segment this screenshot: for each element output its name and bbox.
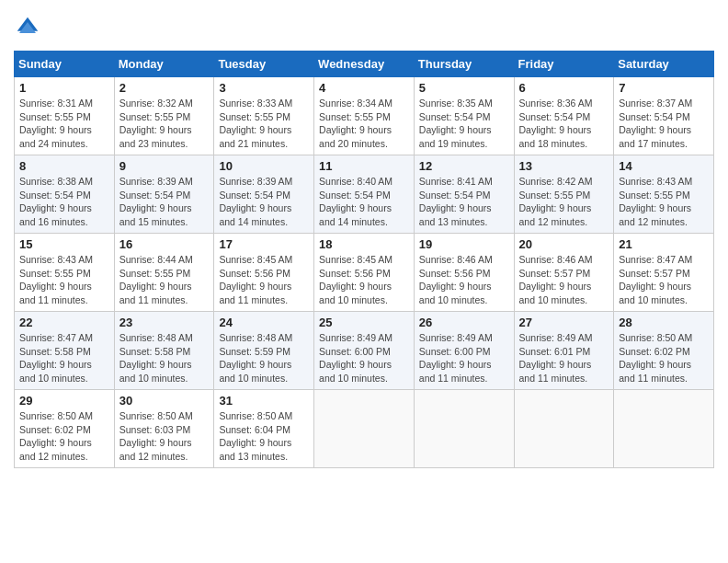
- day-number: 9: [119, 159, 210, 173]
- logo-icon: [14, 14, 41, 41]
- day-number: 7: [619, 81, 709, 95]
- day-number: 14: [619, 159, 709, 173]
- day-info: Sunrise: 8:50 AM Sunset: 6:04 PM Dayligh…: [219, 409, 309, 464]
- day-info: Sunrise: 8:46 AM Sunset: 5:57 PM Dayligh…: [519, 253, 609, 307]
- day-cell-27: 27Sunrise: 8:49 AM Sunset: 6:01 PM Dayli…: [514, 312, 614, 390]
- day-number: 22: [19, 316, 109, 329]
- day-cell-29: 29Sunrise: 8:50 AM Sunset: 6:02 PM Dayli…: [15, 390, 115, 468]
- week-row-5: 29Sunrise: 8:50 AM Sunset: 6:02 PM Dayli…: [15, 390, 714, 468]
- day-info: Sunrise: 8:36 AM Sunset: 5:54 PM Dayligh…: [519, 97, 609, 151]
- day-number: 19: [419, 237, 509, 251]
- day-cell-13: 13Sunrise: 8:42 AM Sunset: 5:55 PM Dayli…: [514, 155, 614, 234]
- day-number: 2: [119, 81, 210, 95]
- week-row-2: 8Sunrise: 8:38 AM Sunset: 5:54 PM Daylig…: [15, 155, 714, 234]
- day-cell-24: 24Sunrise: 8:48 AM Sunset: 5:59 PM Dayli…: [214, 312, 314, 390]
- day-number: 24: [219, 316, 309, 329]
- day-info: Sunrise: 8:38 AM Sunset: 5:54 PM Dayligh…: [19, 175, 109, 229]
- day-cell-3: 3Sunrise: 8:33 AM Sunset: 5:55 PM Daylig…: [214, 77, 314, 155]
- day-number: 10: [219, 159, 309, 173]
- empty-cell: [414, 390, 514, 468]
- day-cell-6: 6Sunrise: 8:36 AM Sunset: 5:54 PM Daylig…: [514, 77, 614, 155]
- weekday-header-row: SundayMondayTuesdayWednesdayThursdayFrid…: [15, 52, 714, 77]
- empty-cell: [514, 390, 614, 468]
- day-cell-5: 5Sunrise: 8:35 AM Sunset: 5:54 PM Daylig…: [414, 77, 514, 155]
- day-cell-20: 20Sunrise: 8:46 AM Sunset: 5:57 PM Dayli…: [514, 234, 614, 312]
- day-info: Sunrise: 8:40 AM Sunset: 5:54 PM Dayligh…: [319, 175, 409, 229]
- day-cell-16: 16Sunrise: 8:44 AM Sunset: 5:55 PM Dayli…: [114, 234, 214, 312]
- day-info: Sunrise: 8:39 AM Sunset: 5:54 PM Dayligh…: [119, 175, 210, 229]
- day-number: 18: [319, 237, 409, 251]
- calendar-table: SundayMondayTuesdayWednesdayThursdayFrid…: [14, 51, 714, 468]
- day-info: Sunrise: 8:49 AM Sunset: 6:01 PM Dayligh…: [519, 331, 609, 385]
- empty-cell: [614, 390, 714, 468]
- day-number: 21: [619, 237, 709, 251]
- day-info: Sunrise: 8:45 AM Sunset: 5:56 PM Dayligh…: [219, 253, 309, 307]
- day-cell-18: 18Sunrise: 8:45 AM Sunset: 5:56 PM Dayli…: [314, 234, 415, 312]
- day-info: Sunrise: 8:32 AM Sunset: 5:55 PM Dayligh…: [119, 97, 210, 151]
- day-number: 25: [319, 316, 409, 329]
- day-info: Sunrise: 8:48 AM Sunset: 5:58 PM Dayligh…: [119, 331, 210, 385]
- day-cell-30: 30Sunrise: 8:50 AM Sunset: 6:03 PM Dayli…: [114, 390, 214, 468]
- day-number: 29: [19, 394, 109, 408]
- day-info: Sunrise: 8:44 AM Sunset: 5:55 PM Dayligh…: [119, 253, 210, 307]
- day-info: Sunrise: 8:47 AM Sunset: 5:58 PM Dayligh…: [19, 331, 109, 385]
- day-info: Sunrise: 8:50 AM Sunset: 6:02 PM Dayligh…: [19, 409, 109, 464]
- day-number: 4: [319, 81, 409, 95]
- day-number: 5: [419, 81, 509, 95]
- day-cell-11: 11Sunrise: 8:40 AM Sunset: 5:54 PM Dayli…: [314, 155, 415, 234]
- day-number: 31: [219, 394, 309, 408]
- day-cell-7: 7Sunrise: 8:37 AM Sunset: 5:54 PM Daylig…: [614, 77, 714, 155]
- day-number: 13: [519, 159, 609, 173]
- day-info: Sunrise: 8:42 AM Sunset: 5:55 PM Dayligh…: [519, 175, 609, 229]
- day-cell-15: 15Sunrise: 8:43 AM Sunset: 5:55 PM Dayli…: [15, 234, 115, 312]
- day-number: 26: [419, 316, 509, 329]
- day-cell-26: 26Sunrise: 8:49 AM Sunset: 6:00 PM Dayli…: [414, 312, 514, 390]
- day-info: Sunrise: 8:46 AM Sunset: 5:56 PM Dayligh…: [419, 253, 509, 307]
- day-number: 15: [19, 237, 109, 251]
- day-cell-23: 23Sunrise: 8:48 AM Sunset: 5:58 PM Dayli…: [114, 312, 214, 390]
- day-info: Sunrise: 8:47 AM Sunset: 5:57 PM Dayligh…: [619, 253, 709, 307]
- day-number: 20: [519, 237, 609, 251]
- day-cell-14: 14Sunrise: 8:43 AM Sunset: 5:55 PM Dayli…: [614, 155, 714, 234]
- week-row-1: 1Sunrise: 8:31 AM Sunset: 5:55 PM Daylig…: [15, 77, 714, 155]
- day-cell-12: 12Sunrise: 8:41 AM Sunset: 5:54 PM Dayli…: [414, 155, 514, 234]
- day-info: Sunrise: 8:37 AM Sunset: 5:54 PM Dayligh…: [619, 97, 709, 151]
- day-info: Sunrise: 8:31 AM Sunset: 5:55 PM Dayligh…: [19, 97, 109, 151]
- day-number: 27: [519, 316, 609, 329]
- day-cell-25: 25Sunrise: 8:49 AM Sunset: 6:00 PM Dayli…: [314, 312, 415, 390]
- weekday-header-wednesday: Wednesday: [314, 52, 415, 77]
- week-row-3: 15Sunrise: 8:43 AM Sunset: 5:55 PM Dayli…: [15, 234, 714, 312]
- day-number: 28: [619, 316, 709, 329]
- day-cell-17: 17Sunrise: 8:45 AM Sunset: 5:56 PM Dayli…: [214, 234, 314, 312]
- day-cell-31: 31Sunrise: 8:50 AM Sunset: 6:04 PM Dayli…: [214, 390, 314, 468]
- day-info: Sunrise: 8:49 AM Sunset: 6:00 PM Dayligh…: [419, 331, 509, 385]
- day-number: 30: [119, 394, 210, 408]
- day-number: 6: [519, 81, 609, 95]
- day-info: Sunrise: 8:50 AM Sunset: 6:03 PM Dayligh…: [119, 409, 210, 464]
- day-info: Sunrise: 8:34 AM Sunset: 5:55 PM Dayligh…: [319, 97, 409, 151]
- day-info: Sunrise: 8:48 AM Sunset: 5:59 PM Dayligh…: [219, 331, 309, 385]
- day-number: 1: [19, 81, 109, 95]
- day-number: 8: [19, 159, 109, 173]
- day-cell-9: 9Sunrise: 8:39 AM Sunset: 5:54 PM Daylig…: [114, 155, 214, 234]
- day-cell-19: 19Sunrise: 8:46 AM Sunset: 5:56 PM Dayli…: [414, 234, 514, 312]
- day-cell-28: 28Sunrise: 8:50 AM Sunset: 6:02 PM Dayli…: [614, 312, 714, 390]
- day-info: Sunrise: 8:41 AM Sunset: 5:54 PM Dayligh…: [419, 175, 509, 229]
- day-number: 23: [119, 316, 210, 329]
- weekday-header-saturday: Saturday: [614, 52, 714, 77]
- day-cell-22: 22Sunrise: 8:47 AM Sunset: 5:58 PM Dayli…: [15, 312, 115, 390]
- day-info: Sunrise: 8:39 AM Sunset: 5:54 PM Dayligh…: [219, 175, 309, 229]
- day-info: Sunrise: 8:49 AM Sunset: 6:00 PM Dayligh…: [319, 331, 409, 385]
- day-cell-8: 8Sunrise: 8:38 AM Sunset: 5:54 PM Daylig…: [15, 155, 115, 234]
- day-number: 16: [119, 237, 210, 251]
- day-number: 12: [419, 159, 509, 173]
- day-info: Sunrise: 8:43 AM Sunset: 5:55 PM Dayligh…: [619, 175, 709, 229]
- day-info: Sunrise: 8:35 AM Sunset: 5:54 PM Dayligh…: [419, 97, 509, 151]
- day-number: 3: [219, 81, 309, 95]
- day-info: Sunrise: 8:45 AM Sunset: 5:56 PM Dayligh…: [319, 253, 409, 307]
- day-cell-1: 1Sunrise: 8:31 AM Sunset: 5:55 PM Daylig…: [15, 77, 115, 155]
- page-header: [14, 14, 714, 41]
- day-info: Sunrise: 8:33 AM Sunset: 5:55 PM Dayligh…: [219, 97, 309, 151]
- weekday-header-tuesday: Tuesday: [214, 52, 314, 77]
- day-cell-2: 2Sunrise: 8:32 AM Sunset: 5:55 PM Daylig…: [114, 77, 214, 155]
